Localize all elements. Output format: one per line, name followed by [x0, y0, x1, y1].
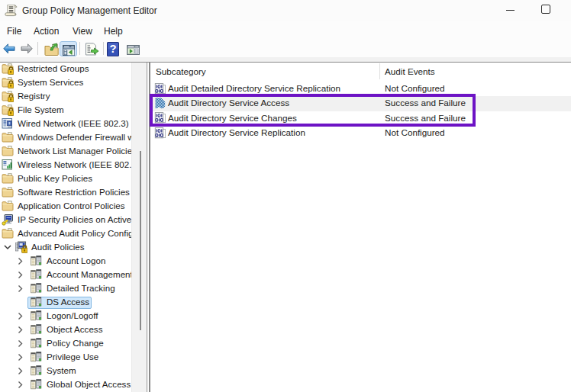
svg-text:?: ?	[109, 43, 116, 55]
